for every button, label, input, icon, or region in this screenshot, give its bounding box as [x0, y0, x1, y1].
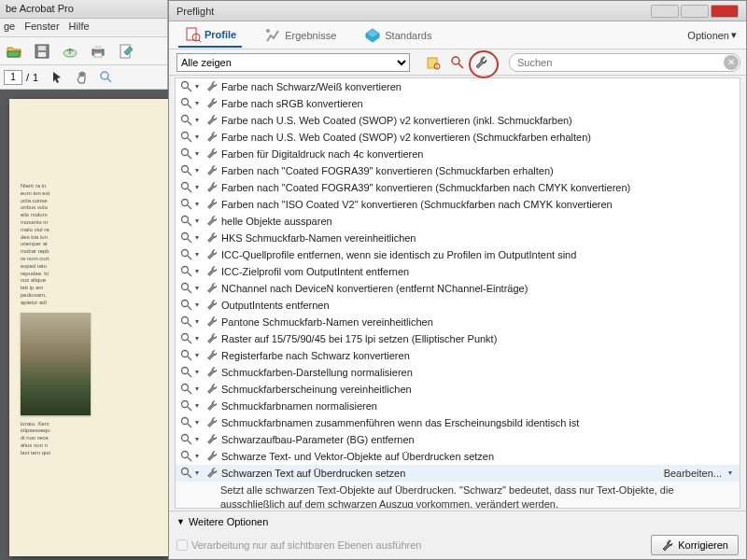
dropdown-arrow-icon[interactable]: ▾	[195, 331, 203, 346]
list-item[interactable]: ▾Registerfarbe nach Schwarz konvertieren	[176, 347, 740, 364]
minimize-button[interactable]	[651, 5, 679, 18]
list-item[interactable]: ▾Pantone Schmuckfarb-Namen vereinheitlic…	[176, 314, 740, 330]
dropdown-arrow-icon[interactable]: ▾	[195, 382, 203, 397]
dropdown-arrow-icon[interactable]: ▾	[195, 315, 203, 329]
list-item[interactable]: ▾Schwarzaufbau-Parameter (BG) entfernen	[176, 431, 740, 448]
list-item[interactable]: ▾Farben nach "Coated FOGRA39" konvertier…	[176, 162, 740, 179]
item-label: Schwarzaufbau-Parameter (BG) entfernen	[221, 432, 736, 447]
menu-item[interactable]: ge	[4, 21, 15, 35]
magnifier-icon	[179, 113, 192, 126]
document-page: Nlent ra in eum am est ocla conse onbus …	[9, 99, 168, 556]
magnifier-icon	[179, 348, 192, 361]
list-item[interactable]: ▾Schmuckfarben-Darstellung normalisieren	[176, 364, 740, 381]
select-tool-icon[interactable]	[48, 67, 68, 88]
main-toolbar	[0, 37, 167, 65]
edit-dropdown-icon[interactable]: ▾	[728, 466, 736, 481]
cloud-icon[interactable]	[60, 41, 80, 62]
list-item[interactable]: ▾Farbe nach sRGB konvertieren	[176, 95, 740, 112]
filter-bar: Alle zeigen ✕	[169, 49, 746, 76]
open-icon[interactable]	[4, 41, 24, 62]
list-item[interactable]: ▾Schwarze Text- und Vektor-Objekte auf Ü…	[176, 448, 740, 465]
more-options-toggle[interactable]: ▼ Weitere Optionen	[169, 511, 746, 531]
hand-tool-icon[interactable]	[72, 67, 92, 88]
list-item[interactable]: ▾ICC-Quellprofile entfernen, wenn sie id…	[176, 246, 740, 263]
list-item[interactable]: ▾Farbe nach U.S. Web Coated (SWOP) v2 ko…	[176, 129, 740, 146]
svg-rect-14	[428, 58, 437, 68]
list-item[interactable]: ▾HKS Schmuckfarb-Namen vereinheitlichen	[176, 230, 740, 246]
close-button[interactable]	[711, 5, 739, 18]
wrench-icon	[205, 180, 218, 193]
dropdown-arrow-icon[interactable]: ▾	[195, 231, 203, 245]
wrench-icon	[205, 113, 218, 126]
edit-icon[interactable]	[116, 41, 136, 62]
dropdown-arrow-icon[interactable]: ▾	[195, 348, 203, 363]
list-item[interactable]: ▾Farbe nach Schwarz/Weiß konvertieren	[176, 78, 740, 95]
filter-select[interactable]: Alle zeigen	[176, 53, 410, 72]
dropdown-arrow-icon[interactable]: ▾	[195, 113, 203, 128]
dropdown-arrow-icon[interactable]: ▾	[195, 214, 203, 229]
tab-ergebnisse[interactable]: Ergebnisse	[259, 24, 342, 47]
dropdown-arrow-icon[interactable]: ▾	[195, 449, 203, 464]
dropdown-arrow-icon[interactable]: ▾	[195, 365, 203, 380]
magnifier-icon	[179, 231, 192, 244]
fix-button[interactable]: Korrigieren	[651, 535, 739, 555]
dropdown-arrow-icon[interactable]: ▾	[195, 415, 203, 430]
preflight-list[interactable]: ▾Farbe nach Schwarz/Weiß konvertieren▾Fa…	[175, 77, 740, 509]
filter-btn-fixups[interactable]	[472, 53, 492, 72]
item-label: Schwarze Text- und Vektor-Objekte auf Üb…	[221, 449, 736, 464]
dropdown-arrow-icon[interactable]: ▾	[195, 79, 203, 94]
wrench-icon	[205, 163, 218, 176]
dropdown-arrow-icon[interactable]: ▾	[195, 264, 203, 279]
list-item[interactable]: ▾Farbe nach U.S. Web Coated (SWOP) v2 ko…	[176, 112, 740, 129]
list-item[interactable]: ▾Schwarzen Text auf Überdrucken setzenBe…	[176, 465, 740, 482]
svg-line-17	[458, 63, 463, 68]
list-item[interactable]: ▾ICC-Zielprofil vom OutputIntent entfern…	[176, 263, 740, 280]
edit-link[interactable]: Bearbeiten...	[660, 466, 726, 481]
options-menu[interactable]: Optionen ▾	[687, 29, 737, 41]
list-item[interactable]: ▾Schmuckfarbnamen normalisieren	[176, 398, 740, 414]
list-item[interactable]: ▾Raster auf 15/75/90/45 bei 175 lpi setz…	[176, 330, 740, 347]
preflight-titlebar[interactable]: Preflight	[169, 1, 746, 21]
zoom-tool-icon[interactable]	[96, 67, 117, 88]
maximize-button[interactable]	[681, 5, 709, 18]
dropdown-arrow-icon[interactable]: ▾	[195, 180, 203, 195]
dropdown-arrow-icon[interactable]: ▾	[195, 147, 203, 161]
menu-item[interactable]: Fenster	[24, 21, 59, 35]
filter-btn-1[interactable]	[423, 53, 444, 72]
dropdown-arrow-icon[interactable]: ▾	[195, 197, 203, 212]
preflight-tabs: Profile Ergebnisse Standards Optionen ▾	[169, 21, 746, 49]
checkbox-input[interactable]	[176, 539, 188, 551]
visible-layers-checkbox[interactable]: Verarbeitung nur auf sichtbaren Ebenen a…	[176, 539, 421, 551]
search-input[interactable]	[509, 53, 740, 72]
dropdown-arrow-icon[interactable]: ▾	[195, 298, 203, 313]
print-icon[interactable]	[88, 41, 108, 62]
filter-btn-2[interactable]	[447, 53, 468, 72]
dropdown-arrow-icon[interactable]: ▾	[195, 466, 203, 481]
dropdown-arrow-icon[interactable]: ▾	[195, 247, 203, 262]
dropdown-arrow-icon[interactable]: ▾	[195, 96, 203, 111]
menu-item[interactable]: Hilfe	[69, 21, 90, 35]
list-item[interactable]: ▾NChannel nach DeviceN konvertieren (ent…	[176, 280, 740, 297]
document-area[interactable]: Nlent ra in eum am est ocla conse onbus …	[0, 90, 168, 560]
list-item[interactable]: ▾Schmuckfarbnamen zusammenführen wenn da…	[176, 414, 740, 431]
dropdown-arrow-icon[interactable]: ▾	[195, 130, 203, 145]
svg-line-57	[188, 407, 191, 411]
dropdown-arrow-icon[interactable]: ▾	[195, 281, 203, 296]
list-item[interactable]: ▾OutputIntents entfernen	[176, 297, 740, 314]
dropdown-arrow-icon[interactable]: ▾	[195, 399, 203, 413]
tab-standards[interactable]: Standards	[359, 24, 437, 47]
dropdown-arrow-icon[interactable]: ▾	[195, 163, 203, 178]
clear-search-icon[interactable]: ✕	[724, 55, 739, 70]
list-item[interactable]: ▾Farben nach "Coated FOGRA39" konvertier…	[176, 179, 740, 196]
list-item[interactable]: ▾Farben für Digitaldruck nach 4c konvert…	[176, 146, 740, 162]
checkbox-label: Verarbeitung nur auf sichtbaren Ebenen a…	[191, 539, 421, 551]
list-item[interactable]: ▾helle Objekte aussparen	[176, 213, 740, 230]
page-input[interactable]	[4, 70, 22, 85]
list-item[interactable]: ▾Schmuckfarberscheinung vereinheitlichen	[176, 381, 740, 398]
dropdown-arrow-icon[interactable]: ▾	[195, 432, 203, 447]
save-icon[interactable]	[32, 41, 52, 62]
item-label: NChannel nach DeviceN konvertieren (entf…	[221, 281, 736, 296]
wrench-icon	[205, 130, 218, 143]
tab-profile[interactable]: Profile	[178, 23, 242, 48]
list-item[interactable]: ▾Farben nach "ISO Coated V2" konvertiere…	[176, 196, 740, 213]
